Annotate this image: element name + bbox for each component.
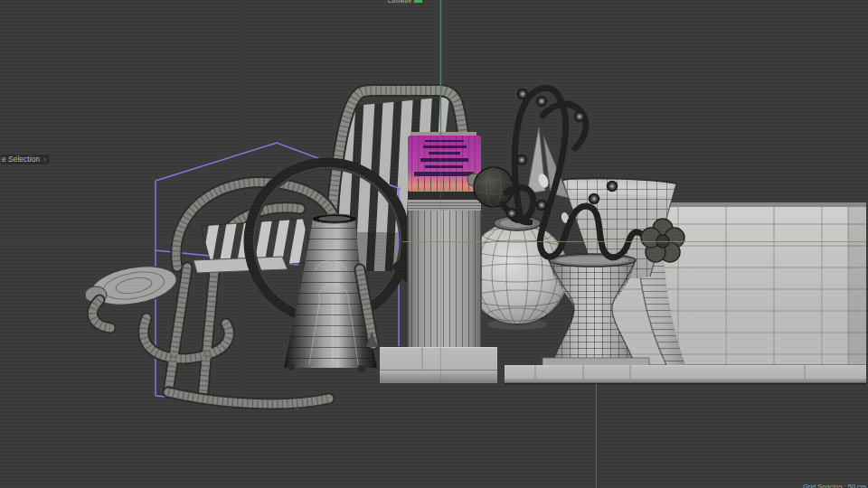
- top-object-label: Collision: [388, 0, 422, 5]
- tool-tooltip: e Selection ›: [1, 155, 50, 164]
- scene-canvas[interactable]: [0, 0, 868, 488]
- labeled-bottle[interactable]: [408, 132, 482, 349]
- tool-tooltip-label: e Selection: [2, 155, 40, 164]
- hud-green-chip: [414, 0, 422, 3]
- grid-spacing-label: Grid Spacing : 50 cm: [803, 483, 866, 488]
- 3d-viewport[interactable]: Collision e Selection › Grid Spacing : 5…: [0, 0, 868, 488]
- top-object-label-text: Collision: [388, 0, 411, 5]
- pedestal[interactable]: [380, 347, 497, 383]
- floor-band[interactable]: [505, 365, 866, 384]
- chevron-right-icon: ›: [43, 155, 46, 164]
